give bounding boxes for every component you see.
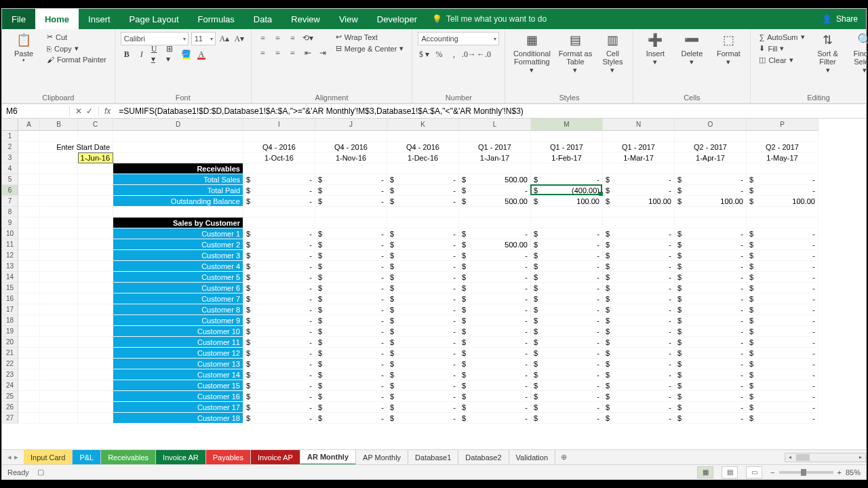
cell-styles-button[interactable]: ▥Cell Styles▾ — [597, 32, 627, 75]
cell[interactable]: $- — [315, 315, 387, 326]
cell[interactable]: Customer 5 — [113, 272, 243, 283]
cell[interactable]: $- — [675, 348, 747, 359]
cell[interactable] — [18, 315, 40, 326]
cell[interactable]: $- — [387, 250, 459, 261]
cell[interactable] — [78, 369, 113, 380]
cell[interactable]: $- — [387, 261, 459, 272]
cell[interactable] — [78, 196, 113, 207]
cell[interactable]: $- — [459, 293, 531, 304]
cell[interactable] — [18, 196, 40, 207]
cell[interactable]: $- — [459, 250, 531, 261]
tab-data[interactable]: Data — [244, 9, 281, 29]
cell[interactable] — [78, 326, 113, 337]
cell[interactable] — [387, 131, 459, 142]
cell[interactable]: 1-Mar-17 — [603, 152, 675, 163]
cell[interactable] — [78, 228, 113, 239]
row-header-16[interactable]: 16 — [2, 293, 18, 304]
cell[interactable]: $- — [531, 272, 603, 283]
format-painter-button[interactable]: 🖌Format Painter — [44, 55, 109, 64]
align-left-button[interactable]: ≡ — [257, 47, 269, 59]
cell[interactable]: Q1 - 2017 — [459, 142, 531, 152]
cell[interactable]: $- — [747, 185, 818, 196]
cell[interactable]: $- — [603, 359, 675, 369]
cell[interactable] — [40, 185, 78, 196]
cell[interactable]: $- — [387, 196, 459, 207]
cell[interactable]: $- — [387, 283, 459, 293]
cell[interactable]: $- — [387, 304, 459, 315]
sheet-tab-input-card[interactable]: Input Card — [24, 450, 73, 465]
cell[interactable]: $- — [387, 337, 459, 348]
cell[interactable] — [40, 359, 78, 369]
macro-record-icon[interactable]: ▢ — [37, 468, 44, 476]
row-header-11[interactable]: 11 — [2, 239, 18, 250]
cell[interactable] — [78, 391, 113, 402]
row-header-9[interactable]: 9 — [2, 218, 18, 228]
cell[interactable] — [40, 131, 78, 142]
col-header-B[interactable]: B — [40, 119, 78, 131]
cell[interactable]: $- — [243, 304, 315, 315]
cell[interactable]: $- — [531, 304, 603, 315]
cut-button[interactable]: ✂Cut — [44, 32, 109, 42]
cell[interactable]: $- — [531, 293, 603, 304]
cell[interactable]: Customer 3 — [113, 250, 243, 261]
cell[interactable]: $- — [243, 261, 315, 272]
cell[interactable]: $- — [675, 185, 747, 196]
col-header-O[interactable]: O — [675, 119, 747, 131]
cell[interactable]: $100.00 — [675, 196, 747, 207]
cell[interactable] — [78, 402, 113, 413]
cell[interactable] — [459, 163, 531, 174]
cell[interactable]: $- — [531, 283, 603, 293]
cell[interactable]: Customer 15 — [113, 380, 243, 391]
cell[interactable] — [78, 239, 113, 250]
cell[interactable] — [243, 163, 315, 174]
col-header-M[interactable]: M — [531, 119, 603, 131]
cell[interactable]: $- — [315, 228, 387, 239]
formula-input[interactable]: =SUMIFS(Database1!$D:$D,Database1!$A:$A,… — [116, 106, 866, 116]
cell[interactable]: $- — [243, 315, 315, 326]
cell[interactable] — [387, 207, 459, 218]
underline-button[interactable]: U ▾ — [151, 48, 163, 60]
cell[interactable] — [18, 293, 40, 304]
cell[interactable]: $- — [603, 391, 675, 402]
name-box[interactable]: M6 — [2, 106, 70, 116]
cell[interactable] — [113, 142, 243, 152]
cell[interactable] — [675, 218, 747, 228]
row-header-20[interactable]: 20 — [2, 337, 18, 348]
cell[interactable]: $- — [747, 304, 818, 315]
cell[interactable]: $- — [603, 272, 675, 283]
clear-button[interactable]: ◫Clear ▾ — [756, 55, 807, 65]
cell[interactable]: $- — [531, 359, 603, 369]
autosum-button[interactable]: ∑AutoSum ▾ — [756, 32, 807, 42]
cell[interactable]: $- — [747, 337, 818, 348]
row-header-21[interactable]: 21 — [2, 348, 18, 359]
cell[interactable]: 1-Oct-16 — [243, 152, 315, 163]
cell[interactable]: $- — [243, 348, 315, 359]
cell[interactable]: $- — [459, 348, 531, 359]
cell[interactable] — [78, 380, 113, 391]
cell[interactable]: $- — [315, 326, 387, 337]
cell[interactable] — [18, 348, 40, 359]
cell[interactable]: $- — [531, 239, 603, 250]
row-header-23[interactable]: 23 — [2, 369, 18, 380]
font-color-button[interactable]: A — [195, 48, 208, 60]
cell[interactable]: $- — [459, 272, 531, 283]
sheet-tab-receivables[interactable]: Receivables — [101, 450, 156, 465]
copy-button[interactable]: ⎘Copy ▾ — [44, 43, 109, 54]
zoom-in-button[interactable]: + — [837, 468, 842, 476]
cell[interactable] — [40, 163, 78, 174]
cell[interactable]: $- — [243, 337, 315, 348]
cell[interactable] — [40, 293, 78, 304]
cell[interactable] — [315, 163, 387, 174]
cell[interactable]: $- — [675, 402, 747, 413]
sheet-nav-next[interactable]: ▸ — [14, 453, 18, 462]
align-right-button[interactable]: ≡ — [287, 47, 299, 59]
cell[interactable]: Q4 - 2016 — [315, 142, 387, 152]
cell[interactable]: $- — [387, 380, 459, 391]
sheet-tab-invoice-ar[interactable]: Invoice AR — [156, 450, 206, 465]
cell[interactable]: $- — [531, 174, 603, 185]
cell[interactable]: $- — [675, 250, 747, 261]
cell[interactable]: $- — [603, 326, 675, 337]
cell[interactable]: $- — [315, 239, 387, 250]
cell[interactable]: $- — [603, 261, 675, 272]
cell[interactable]: $- — [315, 185, 387, 196]
